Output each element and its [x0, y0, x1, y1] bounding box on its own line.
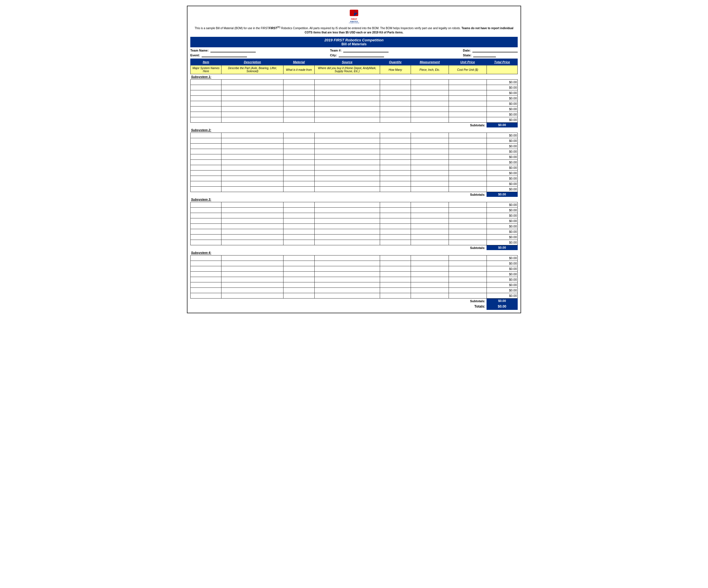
table-row[interactable]: $0.00: [190, 117, 518, 123]
intro-text: This is a sample Bill of Material (BOM) …: [190, 26, 518, 34]
date-input[interactable]: [472, 49, 518, 52]
table-header-row: Item Description Material Source Quantit…: [190, 59, 518, 65]
totals-row: Totals: $0.00: [190, 303, 518, 310]
title-line2: Bill of Materials: [190, 42, 518, 46]
team-name-input[interactable]: [210, 49, 256, 52]
svg-text:FIRST: FIRST: [351, 18, 357, 20]
table-row[interactable]: $0.00: [190, 213, 518, 218]
example-measurement: Piece, Inch, Etc.: [411, 65, 449, 74]
table-row[interactable]: $0.00: [190, 133, 518, 138]
totals-value: $0.00: [486, 303, 518, 310]
subsystem-1-label: Subsystem 1:: [190, 74, 518, 80]
table-row[interactable]: $0.00: [190, 171, 518, 176]
table-row[interactable]: $0.00: [190, 101, 518, 107]
subtotal-1-label: Subtotals:: [449, 123, 486, 127]
team-name-label: Team Name:: [190, 49, 209, 52]
subsystem-2-label: Subsystem 2:: [190, 127, 518, 133]
document-container: FIRST ROBOTICS COMPETITION This is a sam…: [187, 6, 521, 313]
state-label: State:: [463, 54, 472, 57]
table-row[interactable]: $0.00: [190, 107, 518, 112]
team-number-group: Team #: City:: [330, 49, 388, 57]
state-input[interactable]: [473, 53, 496, 57]
team-number-label: Team #:: [330, 49, 342, 52]
subsystem-2-subtotal: Subtotals: $0.00: [190, 192, 518, 197]
table-row[interactable]: $0.00: [190, 149, 518, 154]
subtotal-4-value: $0.00: [486, 298, 518, 303]
totals-label: Totals:: [449, 303, 486, 310]
table-row[interactable]: $0.00: [190, 266, 518, 272]
table-row[interactable]: $0.00: [190, 165, 518, 171]
subsystem-3-header: Subsystem 3:: [190, 197, 518, 202]
example-unit-price: Cost Per Unit ($): [449, 65, 486, 74]
table-row[interactable]: $0.00: [190, 160, 518, 165]
subtotal-3-value: $0.00: [486, 245, 518, 250]
table-row[interactable]: $0.00: [190, 229, 518, 235]
table-row[interactable]: $0.00: [190, 176, 518, 181]
table-row[interactable]: $0.00: [190, 240, 518, 245]
table-row[interactable]: $0.00: [190, 277, 518, 283]
bom-table: Item Description Material Source Quantit…: [190, 59, 518, 310]
subsystem-3-subtotal: Subtotals: $0.00: [190, 245, 518, 250]
table-row[interactable]: $0.00: [190, 235, 518, 240]
example-material: What is it made from: [284, 65, 314, 74]
table-row[interactable]: $0.00: [190, 218, 518, 224]
table-row[interactable]: $0.00: [190, 85, 518, 90]
first-logo: FIRST ROBOTICS COMPETITION: [346, 9, 362, 23]
subsystem-4-label: Subsystem 4:: [190, 250, 518, 256]
subtotal-3-label: Subtotals:: [449, 245, 486, 250]
city-label: City:: [330, 54, 337, 57]
example-quantity: How Many: [380, 65, 411, 74]
col-header-unit-price: Unit Price: [449, 59, 486, 65]
event-label: Event:: [190, 54, 200, 57]
example-row: Major System Names Here Describe the Par…: [190, 65, 518, 74]
svg-text:ROBOTICS: ROBOTICS: [350, 21, 358, 22]
table-row[interactable]: $0.00: [190, 261, 518, 266]
table-row[interactable]: $0.00: [190, 288, 518, 293]
logo-area: FIRST ROBOTICS COMPETITION: [190, 9, 518, 24]
table-row[interactable]: $0.00: [190, 272, 518, 277]
subsystem-2-header: Subsystem 2:: [190, 127, 518, 133]
table-row[interactable]: $0.00: [190, 112, 518, 117]
table-row[interactable]: $0.00: [190, 224, 518, 229]
date-label: Date:: [463, 49, 471, 52]
table-row[interactable]: $0.00: [190, 80, 518, 85]
col-header-quantity: Quantity: [380, 59, 411, 65]
subsystem-4-header: Subsystem 4:: [190, 250, 518, 256]
table-row[interactable]: $0.00: [190, 187, 518, 192]
table-row[interactable]: $0.00: [190, 256, 518, 261]
example-total-price: [486, 65, 518, 74]
team-number-input[interactable]: [343, 49, 388, 52]
subsystem-4-subtotal: Subtotals: $0.00: [190, 298, 518, 303]
table-row[interactable]: $0.00: [190, 144, 518, 149]
city-input[interactable]: [339, 53, 384, 57]
team-name-group: Team Name: Event:: [190, 49, 256, 57]
table-row[interactable]: $0.00: [190, 181, 518, 187]
col-header-description: Description: [222, 59, 284, 65]
col-header-measurement: Measurement: [411, 59, 449, 65]
example-item: Major System Names Here: [190, 65, 222, 74]
table-row[interactable]: $0.00: [190, 138, 518, 144]
col-header-material: Material: [284, 59, 314, 65]
subtotal-2-value: $0.00: [486, 192, 518, 197]
event-input[interactable]: [202, 53, 247, 57]
table-row[interactable]: $0.00: [190, 293, 518, 298]
subsystem-1-subtotal: Subtotals: $0.00: [190, 123, 518, 127]
col-header-total-price: Total Price: [486, 59, 518, 65]
document-title: 2019 FIRST Robotics Competition Bill of …: [190, 37, 518, 47]
svg-text:COMPETITION: COMPETITION: [349, 22, 359, 23]
table-row[interactable]: $0.00: [190, 90, 518, 96]
subtotal-4-label: Subtotals:: [449, 298, 486, 303]
subsystem-3-label: Subsystem 3:: [190, 197, 518, 202]
example-description: Describe the Part (Axle, Bearing, Lifter…: [222, 65, 284, 74]
table-row[interactable]: $0.00: [190, 208, 518, 213]
table-row[interactable]: $0.00: [190, 154, 518, 160]
col-header-source: Source: [314, 59, 380, 65]
table-row[interactable]: $0.00: [190, 96, 518, 101]
table-row[interactable]: $0.00: [190, 283, 518, 288]
date-group: Date: State:: [463, 49, 518, 57]
example-source: Where did you buy it (Home Depot, AndyMa…: [314, 65, 380, 74]
subsystem-1-header: Subsystem 1:: [190, 74, 518, 80]
subtotal-2-label: Subtotals:: [449, 192, 486, 197]
form-fields: Team Name: Event: Team #: City: Date:: [190, 47, 518, 59]
table-row[interactable]: $0.00: [190, 202, 518, 208]
